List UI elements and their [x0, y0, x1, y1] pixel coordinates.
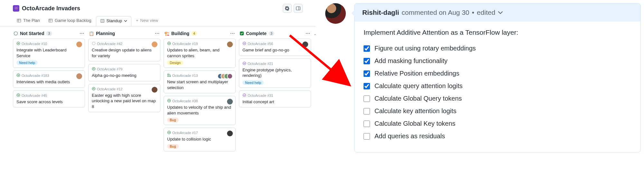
- task-checkbox[interactable]: [364, 58, 370, 64]
- card-title: New start screen and multiplayer selecti…: [167, 79, 232, 90]
- card-ref: OctoArcade #13: [172, 74, 198, 77]
- tab-game-loop-backlog[interactable]: Game loop Backlog: [44, 16, 95, 26]
- card-ref: OctoArcade #38: [172, 99, 198, 103]
- card[interactable]: OctoArcade #183Interviews with media out…: [13, 70, 85, 88]
- comment-username[interactable]: Rishit-dagli: [362, 9, 399, 16]
- task-item: Calculate key attention logits: [364, 107, 631, 115]
- board-column: 📋Planning···OctoArcade #42Creative desig…: [88, 31, 160, 115]
- assignee-avatars[interactable]: [220, 73, 233, 79]
- card[interactable]: OctoArcade #10Integrate with Leaderboard…: [13, 39, 85, 68]
- status-icon: 🏗️: [164, 31, 169, 36]
- card[interactable]: OctoArcade #56Game brief and go-no-go: [239, 39, 311, 56]
- card[interactable]: OctoArcade #13New start screen and multi…: [164, 70, 236, 93]
- task-checkbox[interactable]: [364, 133, 370, 140]
- svg-point-15: [18, 75, 19, 76]
- board-header: 👾 OctoArcade Invaders: [0, 0, 316, 13]
- card-meta: OctoArcade #17: [167, 131, 232, 135]
- card[interactable]: OctoArcade #19Updates to alien, beam, an…: [164, 39, 236, 68]
- task-item: Add queries as residuals: [364, 132, 631, 140]
- avatar[interactable]: [152, 87, 157, 93]
- comment-panel: Rishit-dagli commented on Aug 30 • edite…: [325, 3, 641, 152]
- task-checkbox[interactable]: [364, 45, 370, 52]
- column-title: Building: [171, 31, 189, 36]
- task-checkbox[interactable]: [364, 70, 370, 77]
- tab-standup[interactable]: Standup: [96, 16, 131, 26]
- avatar[interactable]: [227, 131, 233, 136]
- column-menu-button[interactable]: ···: [230, 31, 235, 36]
- task-item: Calculate query attention logits: [364, 82, 631, 90]
- table-icon: [48, 18, 53, 23]
- card[interactable]: OctoArcade #42Creative design update to …: [88, 39, 160, 61]
- svg-point-22: [93, 88, 94, 89]
- avatar[interactable]: [227, 99, 233, 105]
- status-icon: [14, 31, 18, 36]
- avatar[interactable]: [76, 41, 82, 47]
- task-item: Relative Position embeddings: [364, 70, 631, 77]
- column-menu-button[interactable]: ···: [80, 31, 84, 36]
- task-checkbox[interactable]: [364, 83, 370, 89]
- card-meta: OctoArcade #21: [242, 61, 308, 66]
- column-count: 3: [269, 31, 274, 36]
- settings-button[interactable]: [283, 4, 292, 13]
- svg-point-35: [243, 94, 246, 96]
- card[interactable]: OctoArcade #45Save score across levels: [13, 90, 85, 108]
- column-menu-button[interactable]: ···: [155, 31, 160, 36]
- card-ref: OctoArcade #17: [172, 131, 198, 135]
- issue-icon: [167, 99, 171, 103]
- add-column-button[interactable]: +: [314, 31, 316, 39]
- card-meta: OctoArcade #45: [16, 93, 81, 98]
- avatar[interactable]: [302, 41, 308, 47]
- comment-header: Rishit-dagli commented on Aug 30 • edite…: [355, 4, 640, 22]
- column-title: Complete: [246, 31, 267, 36]
- tab-the-plan[interactable]: The Plan: [13, 16, 44, 26]
- card-title: Update to collision logic: [167, 136, 232, 142]
- avatar[interactable]: [152, 41, 157, 47]
- svg-point-20: [93, 68, 94, 69]
- label: Bug: [167, 144, 179, 149]
- issue-icon: [242, 61, 246, 66]
- svg-point-34: [243, 62, 246, 65]
- chevron-down-icon: [124, 19, 127, 23]
- task-checkbox[interactable]: [364, 96, 370, 102]
- card[interactable]: OctoArcade #31Initial concept art: [239, 90, 311, 108]
- svg-rect-5: [49, 19, 52, 22]
- project-title: OctoArcade Invaders: [22, 5, 80, 12]
- avatar[interactable]: [76, 73, 82, 79]
- bullet: •: [472, 9, 474, 16]
- avatar[interactable]: [227, 41, 233, 47]
- card-ref: OctoArcade #10: [22, 42, 47, 46]
- panel-toggle-button[interactable]: [294, 4, 303, 13]
- card-title: Easter egg with high score unlocking a n…: [92, 93, 157, 110]
- svg-point-11: [14, 32, 18, 35]
- task-checkbox[interactable]: [364, 121, 370, 127]
- avatar[interactable]: [325, 3, 346, 24]
- card-ref: OctoArcade #12: [97, 87, 123, 91]
- task-item: Add masking functionality: [364, 57, 631, 65]
- task-checkbox[interactable]: [364, 108, 370, 114]
- task-item: Calculate Global Key tokens: [364, 120, 631, 127]
- svg-point-24: [169, 43, 170, 44]
- svg-point-25: [168, 74, 169, 75]
- view-tabs: The Plan Game loop Backlog Standup + New…: [0, 13, 316, 26]
- card-ref: OctoArcade #56: [248, 42, 273, 46]
- card-meta: OctoArcade #42: [92, 41, 157, 46]
- card-ref: OctoArcade #183: [22, 74, 49, 77]
- chevron-down-icon[interactable]: [498, 10, 503, 15]
- label: Need help: [16, 60, 38, 65]
- card[interactable]: OctoArcade #79Alpha go-no-go meeting: [88, 64, 160, 81]
- task-label: Calculate query attention logits: [374, 82, 463, 90]
- board-columns: Not Started3···OctoArcade #10Integrate w…: [0, 26, 316, 159]
- edited-indicator[interactable]: edited: [477, 9, 495, 16]
- card[interactable]: OctoArcade #38Updates to velocity of the…: [164, 96, 236, 125]
- project-logo: 👾: [13, 5, 19, 12]
- plus-icon: +: [136, 18, 138, 23]
- issue-icon: [92, 67, 96, 71]
- card[interactable]: OctoArcade #12Easter egg with high score…: [88, 84, 160, 113]
- column-menu-button[interactable]: ···: [306, 31, 310, 36]
- comment-body: Implement Additive Attention as a Tensor…: [355, 22, 640, 152]
- card[interactable]: OctoArcade #17Update to collision logicB…: [164, 128, 236, 151]
- column-header: Complete3···: [239, 31, 311, 39]
- card[interactable]: OctoArcade #21Engine prototype (physics,…: [239, 59, 311, 88]
- svg-point-29: [169, 100, 170, 101]
- tab-new-view[interactable]: + New view: [132, 16, 162, 26]
